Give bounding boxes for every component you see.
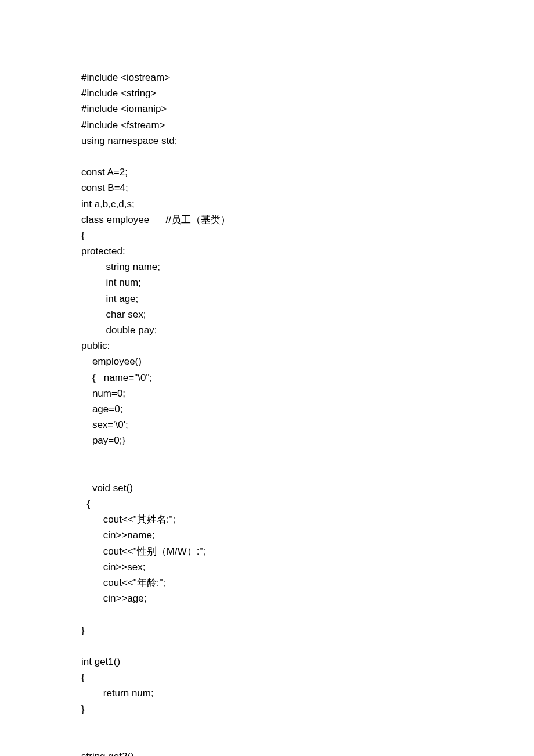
code-line [81,465,453,480]
code-line: const A=2; [81,164,453,180]
code-line: num=0; [81,386,453,401]
code-line: cin>>age; [81,591,453,606]
code-line: { name="\0"; [81,370,453,386]
code-line: public: [81,338,453,354]
code-line: char sex; [81,307,453,322]
code-line [81,638,453,654]
code-line: #include <string> [81,85,453,101]
code-block: #include <iostream>#include <string>#inc… [81,70,453,756]
code-line: class employee //员工（基类） [81,212,453,228]
code-line: pay=0;} [81,433,453,448]
code-line: cout<<"其姓名:"; [81,512,453,527]
code-line [81,449,453,465]
code-line: age=0; [81,401,453,417]
code-line [81,149,453,164]
code-line: return num; [81,685,453,701]
code-line: employee() [81,354,453,369]
code-line: cout<<"年龄:"; [81,575,453,591]
code-line: } [81,701,453,717]
code-line: cout<<"性别（M/W）:"; [81,543,453,559]
code-line: int age; [81,291,453,307]
code-line [81,717,453,733]
code-line: using namespace std; [81,133,453,149]
code-line: protected: [81,243,453,259]
code-line: string get2() [81,748,453,756]
code-line: { [81,228,453,243]
code-line: sex='\0'; [81,417,453,433]
code-line: #include <iomanip> [81,101,453,117]
code-line: int get1() [81,654,453,669]
code-line: int a,b,c,d,s; [81,196,453,212]
code-line [81,733,453,748]
code-line: double pay; [81,322,453,338]
code-line: #include <iostream> [81,70,453,85]
code-line: int num; [81,275,453,290]
code-line: { [81,496,453,512]
code-line: void set() [81,480,453,496]
code-line: #include <fstream> [81,117,453,133]
code-line: cin>>name; [81,527,453,543]
code-line: { [81,669,453,685]
document-page: #include <iostream>#include <string>#inc… [0,0,534,756]
code-line: string name; [81,259,453,275]
code-line: cin>>sex; [81,559,453,575]
code-line [81,606,453,622]
code-line: } [81,622,453,638]
code-line: const B=4; [81,180,453,196]
